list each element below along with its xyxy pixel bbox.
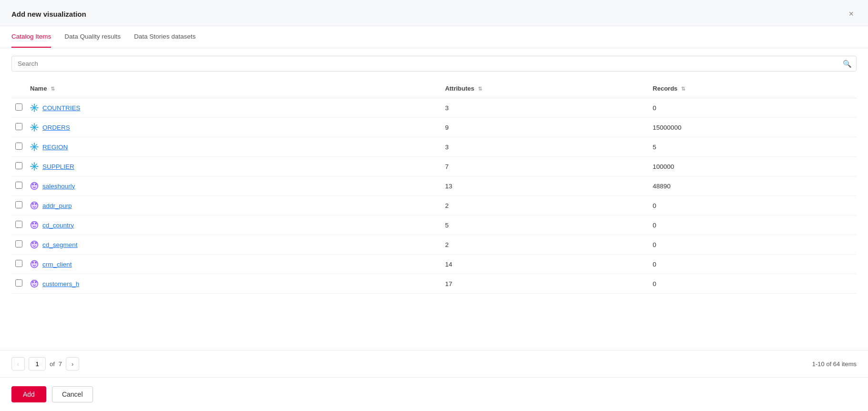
row-checkbox[interactable] [15, 123, 22, 130]
row-records-cell: 0 [649, 196, 857, 216]
row-attributes-cell: 7 [441, 157, 649, 176]
dataset-name-link[interactable]: cd_country [42, 222, 74, 229]
modal-header: Add new visualization × [0, 0, 868, 26]
row-checkbox[interactable] [15, 162, 22, 169]
row-checkbox-cell [11, 176, 26, 196]
datasets-table: Name ⇅ Attributes ⇅ Records ⇅ [11, 79, 857, 294]
col-header-records: Records ⇅ [649, 79, 857, 98]
row-name-cell: customers_h [26, 274, 441, 294]
svg-point-25 [30, 146, 31, 147]
tab-quality[interactable]: Data Quality results [64, 26, 121, 48]
sort-name-icon[interactable]: ⇅ [51, 86, 55, 92]
svg-point-26 [37, 146, 38, 147]
search-input[interactable] [11, 56, 857, 72]
row-checkbox-cell [11, 216, 26, 235]
row-name-cell: crm_client [26, 255, 441, 274]
row-name-cell: saleshourly [26, 176, 441, 196]
col-header-name: Name ⇅ [26, 79, 441, 98]
dataset-name-link[interactable]: saleshourly [42, 183, 75, 190]
modal-title: Add new visualization [11, 10, 86, 18]
svg-point-34 [30, 166, 31, 167]
row-checkbox[interactable] [15, 182, 22, 189]
table-body: COUNTRIES 3 0 ORDERS 9 15 [11, 98, 857, 294]
sort-attr-icon[interactable]: ⇅ [478, 86, 482, 92]
row-name-cell: ORDERS [26, 118, 441, 137]
table-row: crm_client 14 0 [11, 255, 857, 274]
search-bar: 🔍 [0, 48, 868, 79]
col-header-attributes: Attributes ⇅ [441, 79, 649, 98]
row-checkbox[interactable] [15, 201, 22, 208]
row-checkbox[interactable] [15, 260, 22, 267]
purple-dataset-icon [30, 240, 39, 249]
row-checkbox-cell [11, 98, 26, 118]
row-records-cell: 0 [649, 274, 857, 294]
row-checkbox[interactable] [15, 279, 22, 287]
purple-dataset-icon [30, 279, 39, 288]
svg-point-5 [34, 103, 35, 104]
snowflake-icon [30, 123, 39, 132]
row-checkbox-cell [11, 255, 26, 274]
row-records-cell: 0 [649, 235, 857, 255]
row-records-cell: 15000000 [649, 118, 857, 137]
row-name-cell: REGION [26, 137, 441, 157]
row-attributes-cell: 3 [441, 137, 649, 157]
row-name-cell: cd_country [26, 216, 441, 235]
close-button[interactable]: × [846, 9, 857, 19]
row-checkbox[interactable] [15, 240, 22, 247]
sort-rec-icon[interactable]: ⇅ [681, 86, 685, 92]
purple-dataset-icon [30, 260, 39, 268]
table-row: REGION 3 5 [11, 137, 857, 157]
row-name-cell: addr_purp [26, 196, 441, 216]
modal: Add new visualization × Catalog Items Da… [0, 0, 868, 411]
dataset-name-link[interactable]: customers_h [42, 280, 79, 288]
table-area: Name ⇅ Attributes ⇅ Records ⇅ [0, 79, 868, 350]
svg-point-32 [34, 162, 35, 163]
add-button[interactable]: Add [11, 386, 46, 402]
table-row: cd_country 5 0 [11, 216, 857, 235]
dataset-name-link[interactable]: COUNTRIES [42, 104, 81, 112]
row-records-cell: 0 [649, 255, 857, 274]
svg-point-8 [37, 107, 38, 108]
svg-point-23 [34, 143, 35, 144]
tab-catalog[interactable]: Catalog Items [11, 26, 51, 48]
row-attributes-cell: 17 [441, 274, 649, 294]
tabs-bar: Catalog Items Data Quality results Data … [0, 26, 868, 48]
row-checkbox[interactable] [15, 143, 22, 150]
row-attributes-cell: 3 [441, 98, 649, 118]
table-header-row: Name ⇅ Attributes ⇅ Records ⇅ [11, 79, 857, 98]
svg-point-6 [34, 111, 35, 112]
tab-stories[interactable]: Data Stories datasets [134, 26, 196, 48]
row-records-cell: 5 [649, 137, 857, 157]
row-attributes-cell: 5 [441, 216, 649, 235]
row-attributes-cell: 13 [441, 176, 649, 196]
dataset-name-link[interactable]: SUPPLIER [42, 163, 74, 170]
dataset-name-link[interactable]: REGION [42, 144, 68, 151]
svg-point-22 [34, 146, 35, 148]
row-checkbox[interactable] [15, 221, 22, 228]
svg-point-15 [34, 130, 35, 131]
row-records-cell: 0 [649, 98, 857, 118]
next-page-button[interactable]: › [66, 357, 79, 370]
svg-point-13 [34, 127, 35, 128]
snowflake-icon [30, 162, 39, 171]
svg-point-24 [34, 150, 35, 151]
dataset-name-link[interactable]: addr_purp [42, 202, 72, 209]
svg-point-33 [34, 169, 35, 170]
row-checkbox[interactable] [15, 103, 22, 111]
purple-dataset-icon [30, 182, 39, 190]
table-row: addr_purp 2 0 [11, 196, 857, 216]
cancel-button[interactable]: Cancel [52, 386, 93, 402]
prev-page-button[interactable]: ‹ [11, 357, 25, 370]
row-name-cell: SUPPLIER [26, 157, 441, 176]
row-checkbox-cell [11, 235, 26, 255]
row-name-cell: COUNTRIES [26, 98, 441, 118]
purple-dataset-icon [30, 221, 39, 229]
dataset-name-link[interactable]: cd_segment [42, 241, 78, 248]
modal-footer: Add Cancel [0, 377, 868, 411]
page-number-input[interactable] [29, 357, 46, 370]
snowflake-icon [30, 103, 39, 112]
row-checkbox-cell [11, 137, 26, 157]
dataset-name-link[interactable]: crm_client [42, 261, 72, 268]
svg-point-16 [30, 127, 31, 128]
dataset-name-link[interactable]: ORDERS [42, 124, 70, 131]
